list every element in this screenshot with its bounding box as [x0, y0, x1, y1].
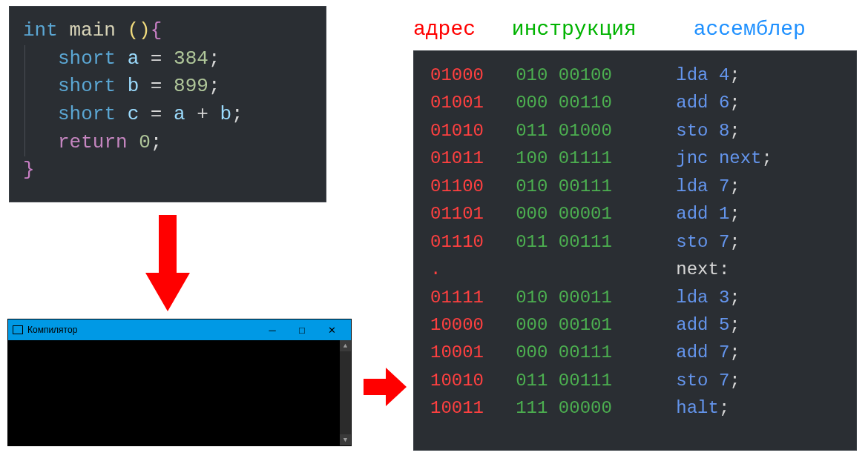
asm-row: 01001 000 00110 add 6; — [430, 89, 840, 116]
asm-row: . next: — [430, 256, 840, 283]
asm-semicolon: ; — [719, 398, 729, 418]
asm-instruction — [516, 259, 676, 279]
asm-row: 01111 010 00011 lda 3; — [430, 284, 840, 311]
code-token: { — [151, 19, 162, 42]
asm-mnemonic: add 5 — [676, 315, 729, 335]
asm-label: next: — [676, 259, 729, 279]
code-token: c — [128, 103, 139, 125]
code-token: () — [127, 19, 150, 42]
asm-address: 01101 — [430, 204, 516, 224]
arrow-right-icon — [364, 368, 407, 410]
asm-mnemonic: halt — [676, 398, 719, 418]
cmd-icon — [13, 325, 23, 334]
arrow-down-icon — [145, 215, 190, 315]
code-token: ; — [231, 103, 243, 125]
code-token — [116, 75, 128, 97]
asm-mnemonic: sto 7 — [676, 232, 729, 252]
code-token: short — [58, 75, 116, 97]
asm-instruction: 100 01111 — [516, 148, 676, 168]
asm-semicolon: ; — [729, 315, 740, 335]
asm-address: 01011 — [430, 148, 516, 168]
code-token — [116, 103, 128, 125]
asm-mnemonic: add 6 — [676, 93, 729, 113]
asm-row: 10001 000 00111 add 7; — [430, 339, 840, 366]
code-token — [185, 103, 197, 125]
code-token — [162, 75, 174, 97]
code-token: = — [151, 47, 162, 70]
asm-row: 01000 010 00100 lda 4; — [430, 62, 840, 89]
asm-instruction: 000 00111 — [516, 342, 676, 362]
asm-mnemonic: sto 7 — [676, 371, 729, 391]
minimize-button[interactable]: ─ — [257, 325, 287, 336]
code-token: a — [174, 103, 185, 125]
asm-instruction: 011 00111 — [516, 232, 676, 252]
asm-semicolon: ; — [729, 232, 740, 252]
asm-address: 10000 — [430, 315, 516, 335]
asm-semicolon: ; — [729, 204, 740, 224]
asm-instruction: 000 00101 — [516, 315, 676, 335]
asm-semicolon: ; — [729, 121, 740, 141]
asm-mnemonic: sto 8 — [676, 121, 729, 141]
asm-instruction: 111 00000 — [516, 398, 676, 418]
code-line: return 0; — [23, 129, 312, 157]
asm-instruction: 011 00111 — [516, 371, 676, 391]
code-token — [128, 131, 139, 153]
asm-address: 10010 — [430, 371, 516, 391]
asm-semicolon: ; — [729, 93, 740, 113]
code-token: 0 — [139, 131, 151, 153]
code-token — [162, 47, 174, 70]
code-token — [162, 103, 174, 125]
code-token: b — [220, 103, 232, 125]
code-token: short — [58, 47, 116, 70]
scroll-down-icon[interactable]: ▼ — [340, 434, 351, 445]
asm-row: 10010 011 00111 sto 7; — [430, 367, 840, 394]
asm-address: 10001 — [430, 342, 516, 362]
asm-semicolon: ; — [729, 65, 740, 85]
code-token: return — [58, 131, 128, 153]
asm-address: 01001 — [430, 93, 516, 113]
maximize-button[interactable]: □ — [287, 325, 317, 336]
asm-mnemonic: lda 3 — [676, 288, 729, 308]
asm-address: 10011 — [430, 398, 516, 418]
code-token — [116, 19, 128, 42]
scroll-up-icon[interactable]: ▲ — [340, 340, 351, 351]
code-token: ; — [208, 47, 220, 70]
asm-semicolon: ; — [729, 342, 740, 362]
code-token: ; — [151, 131, 162, 153]
asm-instruction: 010 00011 — [516, 288, 676, 308]
asm-mnemonic: add 1 — [676, 204, 729, 224]
asm-row: 01110 011 00111 sto 7; — [430, 228, 840, 256]
asm-mnemonic: jnc next — [676, 148, 761, 168]
code-token: b — [128, 75, 139, 97]
close-button[interactable]: ✕ — [317, 325, 346, 336]
code-token — [139, 75, 151, 97]
code-line: short c = a + b; — [23, 101, 312, 129]
asm-mnemonic: lda 7 — [676, 176, 729, 196]
code-token: 384 — [174, 47, 208, 70]
assembly-panel: 01000 010 00100 lda 4;01001 000 00110 ad… — [413, 50, 857, 451]
code-token: } — [23, 159, 35, 181]
asm-row: 01010 011 01000 sto 8; — [430, 117, 840, 145]
asm-address: 01000 — [430, 65, 516, 85]
header-instruction: инструкция — [512, 18, 637, 41]
code-token — [116, 47, 128, 70]
code-token: short — [58, 103, 116, 125]
asm-mnemonic: add 7 — [676, 342, 729, 362]
asm-semicolon: ; — [761, 148, 772, 168]
code-token — [139, 47, 151, 70]
asm-mnemonic: lda 4 — [676, 65, 729, 85]
asm-row: 01101 000 00001 add 1; — [430, 200, 840, 228]
asm-row: 01100 010 00111 lda 7; — [430, 173, 840, 200]
asm-address: . — [430, 259, 516, 279]
asm-address: 01100 — [430, 176, 516, 196]
asm-row: 10011 111 00000 halt; — [430, 394, 840, 422]
asm-row: 10000 000 00101 add 5; — [430, 311, 840, 339]
asm-row: 01011 100 01111 jnc next; — [430, 145, 840, 172]
code-token: + — [197, 103, 208, 125]
scrollbar[interactable]: ▲ ▼ — [340, 340, 351, 445]
code-token: = — [151, 103, 162, 125]
asm-instruction: 010 00111 — [516, 176, 676, 196]
window-titlebar[interactable]: Компилятор ─ □ ✕ — [8, 319, 351, 340]
asm-semicolon: ; — [729, 371, 740, 391]
asm-address: 01110 — [430, 232, 516, 252]
